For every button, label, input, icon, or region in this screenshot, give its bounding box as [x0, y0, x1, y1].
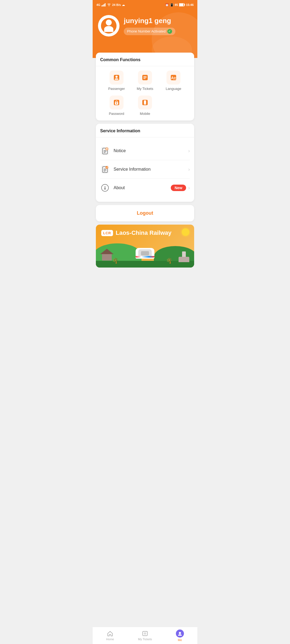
svg-rect-38	[104, 169, 106, 169]
svg-point-31	[106, 148, 108, 150]
sun-icon	[182, 228, 189, 236]
my-tickets-icon-box	[138, 71, 152, 85]
avatar	[98, 15, 119, 36]
notice-label: Notice	[114, 148, 188, 153]
svg-rect-15	[143, 78, 146, 79]
about-label: About	[114, 185, 171, 190]
my-tickets-label: My Tickets	[137, 87, 153, 91]
service-information-card: Service Information Notice ›	[96, 124, 194, 202]
function-my-tickets[interactable]: My Tickets	[131, 71, 159, 91]
about-icon	[100, 183, 110, 193]
password-icon-box	[110, 96, 124, 109]
battery-icon	[179, 3, 185, 6]
svg-rect-3	[105, 3, 106, 6]
password-label: Password	[109, 112, 124, 116]
language-icon: A 文	[170, 74, 177, 81]
logout-card: Logout	[96, 205, 194, 221]
lcr-banner: LCR Laos-China Railway �	[96, 225, 194, 268]
lcr-logo: LCR	[101, 230, 113, 236]
svg-rect-32	[104, 150, 106, 151]
banner-scene: 🌴 🌴	[96, 241, 194, 268]
svg-rect-39	[104, 170, 106, 170]
mobile-icon	[141, 99, 149, 106]
temple-icon	[100, 249, 114, 262]
banner-title: Laos-China Railway	[116, 229, 172, 236]
status-bar: 4G 24 B/s ☁ ⏰ 📳 85 15:46	[93, 0, 197, 10]
my-tickets-icon	[141, 74, 149, 81]
status-right: ⏰ 📳 85 15:46	[165, 3, 194, 7]
status-left: 4G 24 B/s ☁	[96, 3, 125, 7]
service-item-about[interactable]: About New ›	[100, 179, 190, 197]
alarm-icon: ⏰	[165, 3, 169, 7]
svg-rect-34	[104, 152, 106, 153]
function-mobile[interactable]: Mobile	[131, 96, 159, 116]
mobile-icon-box	[138, 96, 152, 109]
about-chevron: ›	[188, 185, 190, 191]
svg-text:文: 文	[173, 77, 176, 80]
profile-header: junying1 geng Phone Number Activated ✓	[93, 10, 197, 58]
service-list: Notice › Service Information ›	[100, 142, 190, 197]
function-passenger[interactable]: Passenger	[102, 71, 131, 91]
passenger-label: Passenger	[108, 87, 125, 91]
network-type: 4G	[96, 3, 100, 6]
service-info-label: Service Information	[114, 167, 188, 172]
password-icon	[113, 99, 120, 106]
divider	[96, 66, 194, 66]
function-password[interactable]: Password	[102, 96, 131, 116]
profile-info: junying1 geng Phone Number Activated ✓	[124, 17, 192, 35]
svg-rect-14	[143, 77, 147, 78]
svg-point-37	[106, 166, 108, 169]
signal-icon	[102, 3, 106, 6]
profile-name: junying1 geng	[124, 17, 192, 25]
svg-rect-2	[104, 4, 104, 6]
monument-icon	[179, 251, 189, 262]
logout-button[interactable]: Logout	[96, 205, 194, 221]
svg-rect-7	[184, 4, 185, 6]
palm-left: 🌴	[112, 257, 119, 263]
battery-level: 85	[175, 3, 178, 6]
palm-right: 🌴	[166, 257, 173, 263]
svg-rect-13	[143, 76, 147, 77]
notice-chevron: ›	[188, 148, 190, 154]
service-item-notice[interactable]: Notice ›	[100, 142, 190, 160]
svg-rect-6	[179, 3, 183, 6]
passenger-icon	[113, 74, 120, 81]
svg-point-10	[115, 76, 118, 78]
service-item-info[interactable]: Service Information ›	[100, 160, 190, 179]
service-info-chevron: ›	[188, 167, 190, 172]
mobile-label: Mobile	[140, 112, 150, 116]
cloud-icon: ☁	[122, 3, 125, 7]
time: 15:46	[186, 3, 194, 6]
svg-rect-33	[104, 151, 106, 152]
function-language[interactable]: A 文 Language	[159, 71, 188, 91]
profile-row: junying1 geng Phone Number Activated ✓	[98, 15, 192, 36]
svg-rect-43	[105, 187, 106, 190]
check-icon: ✓	[167, 29, 172, 34]
phone-badge-text: Phone Number Activated	[127, 29, 166, 33]
notice-icon	[100, 146, 110, 156]
wifi-icon	[107, 3, 111, 6]
svg-point-23	[116, 103, 117, 104]
service-divider	[96, 137, 194, 137]
service-info-icon	[100, 164, 110, 174]
functions-grid: Passenger My Tickets A	[100, 71, 190, 116]
common-functions-title: Common Functions	[100, 57, 190, 62]
svg-point-42	[105, 186, 106, 187]
new-badge: New	[171, 185, 186, 191]
svg-rect-1	[103, 5, 103, 6]
svg-rect-0	[102, 5, 102, 6]
language-label: Language	[166, 87, 181, 91]
banner-title-row: LCR Laos-China Railway	[101, 229, 189, 236]
svg-point-27	[145, 104, 145, 104]
svg-rect-40	[104, 171, 106, 171]
svg-point-4	[108, 5, 109, 6]
service-information-title: Service Information	[100, 129, 190, 133]
language-icon-box: A 文	[166, 71, 180, 85]
passenger-icon-box	[110, 71, 124, 85]
data-speed: 24 B/s	[112, 3, 121, 6]
common-functions-card: Common Functions Passenger	[96, 53, 194, 120]
phone-badge: Phone Number Activated ✓	[124, 28, 175, 35]
vibrate-icon: 📳	[170, 3, 174, 7]
train-icon	[136, 248, 154, 263]
